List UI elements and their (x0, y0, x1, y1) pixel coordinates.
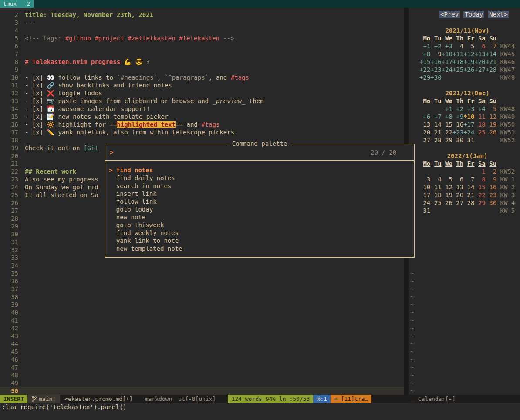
buffer-line-text[interactable]: It all started on Sa (23, 191, 98, 199)
calendar-day[interactable]: 1 (474, 168, 485, 175)
calendar-day[interactable]: +15 (419, 58, 430, 65)
calendar-day[interactable]: 10 (419, 184, 430, 191)
calendar-day[interactable]: +26 (463, 66, 474, 73)
buffer-line-text[interactable] (23, 199, 25, 207)
buffer-line-text[interactable] (23, 42, 25, 50)
calendar-day[interactable]: +8 (442, 113, 452, 120)
buffer-line-text[interactable] (23, 301, 25, 309)
calendar-day[interactable]: +7 (430, 113, 441, 120)
buffer-line-text[interactable] (23, 254, 25, 262)
calendar-day[interactable]: +8 (419, 50, 430, 57)
calendar-day[interactable]: +20 (474, 58, 485, 65)
calendar-day[interactable]: +10 (442, 50, 452, 57)
buffer-line-text[interactable]: - [x] 📷 paste images from clipboard or b… (23, 97, 264, 105)
calendar-day[interactable]: 22 (474, 192, 485, 198)
buffer-line-text[interactable] (23, 246, 25, 254)
calendar-day[interactable]: 21 (463, 192, 474, 198)
calendar-day[interactable]: 31 (463, 137, 474, 144)
calendar-day[interactable]: 9 (486, 176, 496, 183)
calendar-day[interactable]: +30 (430, 74, 441, 81)
calendar-day[interactable]: 21 (430, 129, 441, 136)
calendar-day[interactable]: +27 (474, 66, 485, 73)
buffer-line-text[interactable] (23, 222, 25, 230)
buffer-line-text[interactable] (23, 215, 25, 222)
palette-item[interactable]: new templated note (105, 245, 414, 252)
command-line[interactable]: :lua require('telekasten').panel() (0, 403, 520, 411)
palette-item[interactable]: > find notes (105, 166, 414, 174)
calendar-day[interactable]: +16 (430, 58, 441, 65)
calendar-day[interactable]: +3 (463, 105, 474, 112)
calendar-day[interactable]: 11 (474, 113, 485, 120)
calendar-day[interactable]: +25 (452, 66, 463, 73)
buffer-line-text[interactable] (23, 356, 25, 363)
buffer-line-text[interactable]: - [x] 🔗 show backlinks and friend notes (23, 81, 172, 89)
calendar-day[interactable]: +11 (452, 50, 463, 57)
calendar-day[interactable]: +4 (474, 105, 485, 112)
palette-item[interactable]: follow link (105, 198, 414, 205)
calendar-day[interactable]: 18 (474, 121, 485, 128)
calendar-day[interactable]: 7 (486, 43, 496, 50)
calendar-day[interactable]: +17 (442, 58, 452, 65)
buffer-line-text[interactable]: - [x] 🔆 highlight for ==highlighted text… (23, 121, 219, 128)
buffer-line-text[interactable] (23, 50, 25, 58)
buffer-line-text[interactable] (23, 238, 25, 246)
calendar-day[interactable]: +24 (463, 129, 474, 136)
buffer-line-text[interactable] (23, 387, 25, 395)
buffer-line-text[interactable] (23, 363, 25, 371)
calendar-day[interactable]: 4 (430, 176, 441, 183)
calendar-day[interactable]: 4 (452, 43, 463, 50)
calendar-day[interactable]: 20 (419, 129, 430, 136)
calendar-day[interactable]: +9 (452, 113, 463, 120)
calendar-day[interactable]: +3 (442, 43, 452, 50)
calendar-day[interactable]: *10 (463, 113, 474, 120)
palette-item[interactable]: find daily notes (105, 174, 414, 182)
calendar-day[interactable]: 29 (442, 137, 452, 144)
calendar-day[interactable]: 29 (474, 199, 485, 206)
calendar-day[interactable]: +29 (419, 74, 430, 81)
buffer-line-text[interactable] (23, 136, 25, 144)
palette-item[interactable]: goto today (105, 205, 414, 213)
calendar-day[interactable]: 28 (463, 199, 474, 206)
calendar-day[interactable]: 19 (442, 192, 452, 198)
buffer-line-text[interactable] (23, 348, 25, 356)
buffer-line-text[interactable]: On Sunday we got rid (23, 183, 98, 191)
buffer-line-text[interactable]: --- (23, 19, 36, 27)
palette-item[interactable]: goto thisweek (105, 221, 414, 229)
buffer-line-text[interactable] (23, 277, 25, 285)
calendar-day[interactable]: 27 (452, 199, 463, 206)
calendar-day[interactable]: +13 (474, 50, 485, 57)
buffer-line-text[interactable]: # Telekasten.nvim progress 💪 😎 ⚡ (23, 58, 150, 66)
buffer-line-text[interactable] (23, 285, 25, 293)
calendar-day[interactable]: 9 (430, 50, 441, 57)
calendar-prev-button[interactable]: <Prev (439, 11, 460, 18)
calendar-day[interactable]: 14 (463, 184, 474, 191)
calendar-day[interactable]: 2 (486, 168, 496, 175)
buffer-line-text[interactable] (23, 379, 25, 387)
calendar-day[interactable]: 13 (419, 121, 430, 128)
buffer-line-text[interactable]: title: Tuesday, November 23th, 2021 (23, 11, 153, 19)
calendar-day[interactable]: 30 (452, 137, 463, 144)
palette-item[interactable]: yank link to note (105, 237, 414, 245)
calendar-day[interactable]: 6 (474, 43, 485, 50)
calendar-day[interactable]: 23 (486, 192, 496, 198)
calendar-day[interactable]: 28 (430, 137, 441, 144)
calendar-day[interactable]: +12 (463, 50, 474, 57)
calendar-day[interactable]: 26 (442, 199, 452, 206)
calendar-day[interactable]: 3 (419, 176, 430, 183)
buffer-line-text[interactable] (23, 207, 25, 215)
calendar-day[interactable]: 8 (474, 176, 485, 183)
calendar-day[interactable]: 13 (452, 184, 463, 191)
buffer-line-text[interactable] (23, 316, 25, 324)
buffer-line-text[interactable] (23, 324, 25, 332)
calendar-day[interactable]: 22 (442, 129, 452, 136)
buffer-line-text[interactable] (23, 66, 25, 74)
calendar-day[interactable]: +21 (486, 58, 496, 65)
buffer-line-text[interactable] (23, 160, 25, 168)
calendar-next-button[interactable]: Next> (488, 11, 509, 18)
calendar-day[interactable]: +2 (430, 43, 441, 50)
calendar-day[interactable]: 17 (419, 192, 430, 198)
calendar-day[interactable]: +1 (442, 105, 452, 112)
calendar-day[interactable]: 14 (430, 121, 441, 128)
buffer-line-text[interactable] (23, 27, 25, 34)
buffer-line-text[interactable] (23, 340, 25, 348)
